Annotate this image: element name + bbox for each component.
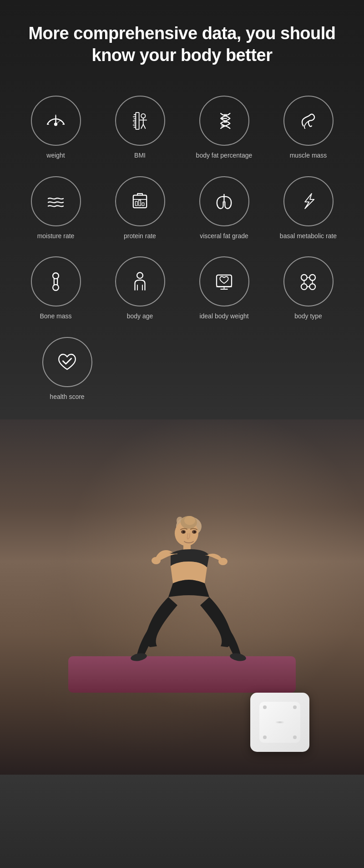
svg-point-50: [184, 516, 195, 525]
icon-item-basal: basal metabolic rate: [266, 169, 350, 245]
body-fat-icon-circle: [199, 96, 249, 146]
icon-item-protein: protein rate: [98, 169, 182, 245]
icon-item-body-age: body age: [98, 250, 182, 326]
icon-item-moisture: moisture rate: [14, 169, 98, 245]
body-type-icon: [296, 269, 321, 294]
svg-point-2: [55, 123, 57, 126]
visceral-label: visceral fat grade: [200, 232, 248, 241]
scale-inner: [259, 702, 300, 743]
basal-icon-circle: [283, 176, 334, 226]
svg-rect-6: [136, 112, 139, 129]
svg-point-28: [53, 273, 59, 279]
bmi-icon-circle: [115, 96, 165, 146]
svg-point-53: [218, 558, 228, 565]
ideal-weight-icon: [212, 269, 237, 294]
svg-line-17: [141, 124, 143, 128]
header-section: More comprehensive data, you should know…: [0, 0, 364, 80]
health-score-icon: [55, 349, 80, 374]
body-age-icon: [127, 269, 152, 294]
health-score-label: health score: [50, 393, 84, 402]
svg-rect-26: [139, 200, 141, 206]
svg-rect-35: [217, 275, 232, 287]
body-type-icon-circle: [283, 256, 334, 306]
bone-label: Bone mass: [40, 312, 71, 321]
scale-dot-bl: [263, 735, 267, 739]
photo-section: [0, 419, 364, 775]
smart-scale: [250, 693, 309, 752]
visceral-icon-circle: [199, 176, 249, 226]
svg-point-39: [301, 275, 307, 281]
basal-label: basal metabolic rate: [280, 232, 337, 241]
body-fat-icon: [212, 108, 237, 133]
body-age-icon-circle: [115, 256, 165, 306]
woman-svg: [80, 488, 284, 670]
scale-light: [275, 721, 284, 723]
weight-label: weight: [46, 151, 65, 160]
basal-icon: [296, 189, 321, 214]
svg-point-59: [194, 531, 196, 533]
icon-item-bmi: BMI: [98, 89, 182, 165]
svg-line-18: [143, 124, 146, 128]
protein-icon: [127, 189, 152, 214]
scale-dot-tl: [263, 705, 267, 709]
page-wrapper: More comprehensive data, you should know…: [0, 0, 364, 868]
muscle-icon: [296, 108, 321, 133]
icons-grid: weight: [14, 89, 350, 326]
svg-point-32: [137, 272, 143, 278]
ideal-weight-label: ideal body weight: [199, 312, 248, 321]
bmi-icon: [127, 108, 152, 133]
icon-item-weight: weight: [14, 89, 98, 165]
bmi-label: BMI: [134, 151, 146, 160]
moisture-icon: [43, 189, 68, 214]
icon-item-bone: Bone mass: [14, 250, 98, 326]
woman-figure: [80, 488, 284, 670]
moisture-label: moisture rate: [37, 232, 75, 241]
protein-label: protein rate: [124, 232, 156, 241]
svg-point-42: [309, 284, 315, 290]
muscle-icon-circle: [283, 96, 334, 146]
icon-item-muscle: muscle mass: [266, 89, 350, 165]
svg-point-52: [152, 557, 161, 564]
page-title: More comprehensive data, you should know…: [27, 23, 337, 66]
icon-item-health-score: health score: [27, 330, 107, 406]
body-age-label: body age: [127, 312, 153, 321]
icons-section: weight: [0, 80, 364, 410]
body-fat-label: body fat percentage: [196, 151, 253, 160]
health-score-icon-circle: [42, 337, 92, 387]
svg-point-14: [141, 113, 145, 117]
svg-point-58: [183, 531, 185, 533]
svg-point-40: [309, 275, 315, 281]
bone-icon: [43, 269, 68, 294]
scale-dot-tr: [293, 705, 297, 709]
protein-icon-circle: [115, 176, 165, 226]
svg-rect-25: [135, 202, 137, 206]
svg-rect-27: [142, 203, 144, 205]
svg-point-41: [301, 284, 307, 290]
svg-point-29: [53, 285, 59, 291]
visceral-icon: [212, 189, 237, 214]
body-type-label: body type: [294, 312, 322, 321]
bone-icon-circle: [31, 256, 81, 306]
icon-item-body-type: body type: [266, 250, 350, 326]
weight-icon-circle: [31, 96, 81, 146]
moisture-icon-circle: [31, 176, 81, 226]
weight-icon: [43, 108, 68, 133]
scale-dot-br: [293, 735, 297, 739]
icon-item-body-fat: body fat percentage: [182, 89, 266, 165]
last-row: health score: [14, 326, 350, 411]
svg-point-55: [229, 652, 247, 662]
ideal-weight-icon-circle: [199, 256, 249, 306]
icon-item-ideal-weight: ideal body weight: [182, 250, 266, 326]
muscle-label: muscle mass: [290, 151, 327, 160]
icon-item-visceral: visceral fat grade: [182, 169, 266, 245]
